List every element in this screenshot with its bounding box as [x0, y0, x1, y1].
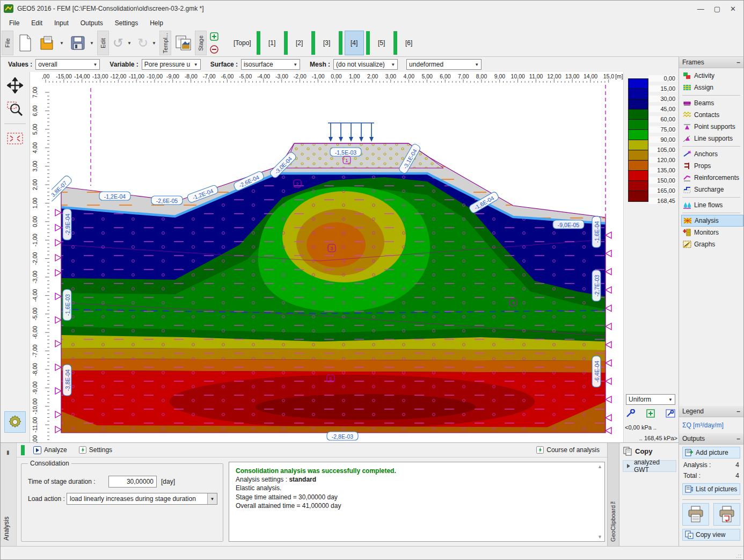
menu-help[interactable]: Help: [144, 18, 169, 28]
minimize-button[interactable]: —: [697, 5, 704, 13]
load-action-select[interactable]: load linearly increases during stage dur…: [67, 493, 217, 505]
resize-grip[interactable]: .::: [736, 553, 742, 559]
stage-5[interactable]: [5]: [372, 31, 391, 55]
templates-tool-group[interactable]: Templ...: [159, 31, 171, 55]
frame-item-graphs[interactable]: Graphs: [681, 238, 743, 250]
analyzed-gwt-button[interactable]: analyzed GWT: [623, 460, 676, 472]
pictures-button[interactable]: [172, 31, 194, 55]
copy-view-button[interactable]: Copy view: [682, 529, 740, 541]
frame-item-monitors[interactable]: Monitors: [681, 227, 743, 238]
copy-button[interactable]: Copy: [623, 446, 676, 456]
frame-item-analysis[interactable]: Analysis: [681, 215, 743, 227]
scale-value: 105,00: [648, 147, 676, 153]
add-stage-icon[interactable]: [210, 32, 218, 41]
svg-text:9,00: 9,00: [494, 73, 506, 79]
print-button[interactable]: [682, 503, 709, 526]
minimize-panel-icon[interactable]: –: [736, 408, 740, 415]
svg-text:-8,00: -8,00: [185, 73, 198, 79]
mesh-select[interactable]: (do not visualize)▼: [333, 59, 398, 70]
frame-item-anchors[interactable]: Anchors: [681, 148, 743, 160]
scale-add-icon[interactable]: [646, 409, 655, 418]
surface-select[interactable]: isosurface▼: [241, 59, 300, 70]
svg-text:11,00: 11,00: [529, 73, 543, 79]
svg-text:-1,00: -1,00: [312, 73, 325, 79]
scale-value: 150,00: [648, 177, 676, 184]
frame-item-surcharge[interactable]: Surcharge: [681, 184, 743, 195]
results-scrollbar[interactable]: ▲▼: [596, 463, 603, 540]
canvas-tools: [1, 72, 30, 442]
time-of-stage-input[interactable]: 30,00000: [108, 476, 157, 488]
value-label: -2,8E-03: [327, 432, 358, 440]
redo-button[interactable]: ↻: [135, 31, 151, 55]
frame-item-assign[interactable]: Assign: [681, 82, 743, 93]
frame-item-props[interactable]: Props: [681, 160, 743, 172]
panel-grip[interactable]: ▮: [6, 449, 10, 455]
undo-dropdown[interactable]: ▼: [127, 31, 134, 55]
fit-view-button[interactable]: [6, 129, 24, 148]
result-line-settings: Analysis settings : standard: [236, 475, 603, 484]
menu-file[interactable]: File: [4, 18, 25, 28]
menu-input[interactable]: Input: [49, 18, 74, 28]
open-dropdown[interactable]: ▼: [60, 31, 66, 55]
remove-stage-icon[interactable]: [210, 45, 218, 54]
pan-tool-button[interactable]: [6, 76, 24, 94]
drawing-settings-button[interactable]: [4, 411, 26, 433]
minimize-panel-icon[interactable]: –: [736, 59, 740, 66]
stage-3[interactable]: [3]: [317, 31, 337, 55]
drawing-canvas[interactable]: ,00-15,00-14,00-13,00-12,00-11,00-10,00-…: [30, 72, 623, 442]
fit-view-icon: [6, 132, 24, 145]
new-file-button[interactable]: [14, 31, 36, 55]
maximize-button[interactable]: ▢: [714, 5, 720, 13]
frame-item-line-flows[interactable]: Line flows: [681, 199, 743, 211]
zoom-tool-button[interactable]: [6, 100, 24, 118]
analysis-tab[interactable]: ▮ Analysis: [1, 443, 17, 546]
frame-item-activity[interactable]: Activity: [681, 70, 743, 82]
variable-select[interactable]: Pore pressure u▼: [142, 59, 201, 70]
save-button[interactable]: [67, 31, 89, 55]
frame-item-point-supports[interactable]: Point supports: [681, 121, 743, 133]
svg-text:-2,8E-03: -2,8E-03: [332, 433, 353, 440]
menu-outputs[interactable]: Outputs: [75, 18, 108, 28]
frame-item-beams[interactable]: Beams: [681, 97, 743, 109]
scale-distribution-select[interactable]: Uniform▼: [626, 394, 675, 405]
redo-dropdown[interactable]: ▼: [152, 31, 158, 55]
deform-select[interactable]: undeformed▼: [406, 59, 482, 70]
scale-band: [629, 191, 648, 201]
stage-1[interactable]: [1]: [262, 31, 282, 55]
close-button[interactable]: ✕: [730, 5, 736, 13]
svg-text:6,00: 6,00: [440, 73, 451, 79]
print-selection-button[interactable]: [713, 503, 740, 526]
file-tool-group[interactable]: File: [2, 31, 13, 55]
add-picture-button[interactable]: Add picture: [682, 447, 740, 459]
stage-topo[interactable]: [Topo]: [230, 31, 254, 55]
svg-text:-13,00: -13,00: [92, 73, 108, 79]
svg-text:-2,6E-05: -2,6E-05: [156, 198, 178, 204]
frame-item-reinforcements[interactable]: Reinforcements: [681, 172, 743, 184]
stage-4-active[interactable]: [4]: [345, 31, 364, 55]
analyze-button[interactable]: Analyze: [30, 445, 70, 455]
undo-button[interactable]: ↺: [110, 31, 126, 55]
analysis-settings-button[interactable]: Settings: [76, 445, 115, 455]
open-file-button[interactable]: [37, 31, 59, 55]
save-dropdown[interactable]: ▼: [90, 31, 96, 55]
stage-tool-group[interactable]: Stage: [195, 31, 207, 55]
course-of-analysis-button[interactable]: Course of analysis: [533, 445, 603, 455]
value-label: -2,9E-04: [63, 209, 71, 240]
svg-text:-4,00: -4,00: [32, 289, 38, 302]
menu-settings[interactable]: Settings: [110, 18, 143, 28]
scale-edit-icon[interactable]: [666, 409, 675, 418]
stage-2[interactable]: [2]: [290, 31, 309, 55]
stage-6[interactable]: [6]: [399, 31, 419, 55]
menu-bar: File Edit Input Outputs Settings Help: [1, 17, 743, 30]
menu-edit[interactable]: Edit: [26, 18, 48, 28]
svg-text:-12,00: -12,00: [111, 73, 127, 79]
minimize-panel-icon[interactable]: –: [736, 435, 740, 442]
scale-band: [629, 150, 648, 161]
redo-icon: ↻: [137, 35, 148, 50]
values-select[interactable]: overall▼: [35, 59, 100, 70]
frame-item-contacts[interactable]: Contacts: [681, 109, 743, 121]
list-of-pictures-button[interactable]: List of pictures: [682, 483, 740, 495]
frame-item-line-supports[interactable]: Line supports: [681, 133, 743, 144]
scale-settings-icon[interactable]: [626, 409, 636, 418]
edit-tool-group[interactable]: Edit: [97, 31, 109, 55]
